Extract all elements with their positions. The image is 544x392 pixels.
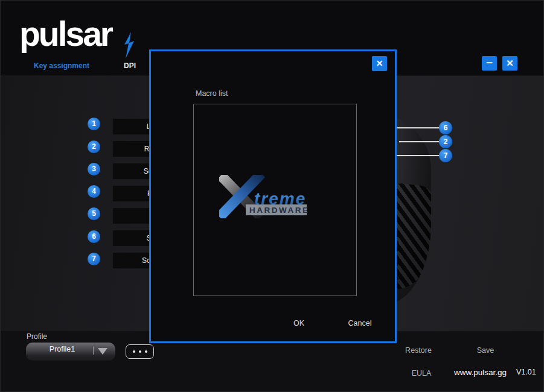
button-number-badge-7: 7	[88, 253, 100, 265]
ellipsis-icon	[139, 350, 141, 353]
ellipsis-icon	[133, 350, 135, 353]
tab-key-assignment[interactable]: Key assignment	[34, 62, 89, 70]
macro-list-box[interactable]	[193, 104, 357, 296]
ellipsis-icon	[145, 350, 147, 353]
button-number-badge-5: 5	[88, 207, 100, 220]
button-number-badge-2: 2	[88, 141, 100, 153]
profile-dropdown[interactable]: Profile1	[26, 343, 115, 361]
button-number-badge-6: 6	[88, 230, 100, 243]
macro-dialog: ✕ Macro list OK Cancel	[149, 49, 397, 343]
eula-link[interactable]: EULA	[405, 369, 438, 378]
pulsar-website-link[interactable]: www.pulsar.gg	[454, 368, 507, 377]
profile-label: Profile	[27, 332, 47, 341]
button-number-badge-1: 1	[88, 118, 100, 130]
lightning-bolt-icon	[124, 32, 135, 58]
dialog-close-button[interactable]: ✕	[372, 56, 387, 71]
callout-line-7	[393, 155, 440, 156]
save-button[interactable]: Save	[469, 346, 502, 355]
callout-badge-7: 7	[439, 149, 452, 162]
tab-dpi[interactable]: DPI	[124, 62, 136, 70]
close-button[interactable]: ✕	[502, 56, 517, 71]
button-number-badge-3: 3	[88, 163, 100, 175]
minimize-button[interactable]: –	[482, 56, 497, 71]
ok-button[interactable]: OK	[284, 319, 314, 327]
callout-line-6	[393, 127, 440, 128]
app-version: V1.01	[516, 368, 536, 376]
profile-dropdown-value: Profile1	[26, 345, 98, 353]
cancel-button[interactable]: Cancel	[342, 319, 378, 327]
profile-more-button[interactable]	[126, 344, 154, 359]
app-window: pulsar Key assignment DPI – ✕ 1 2 3 4 5 …	[0, 0, 544, 392]
callout-badge-2: 2	[439, 135, 452, 148]
chevron-down-icon	[98, 348, 107, 355]
callout-badge-6: 6	[439, 121, 452, 134]
callout-line-2	[399, 141, 440, 142]
restore-button[interactable]: Restore	[402, 346, 435, 355]
button-number-badge-4: 4	[88, 185, 100, 198]
profile-dropdown-divider	[93, 347, 94, 355]
pulsar-logo: pulsar	[19, 14, 112, 54]
macro-list-label: Macro list	[196, 89, 228, 98]
